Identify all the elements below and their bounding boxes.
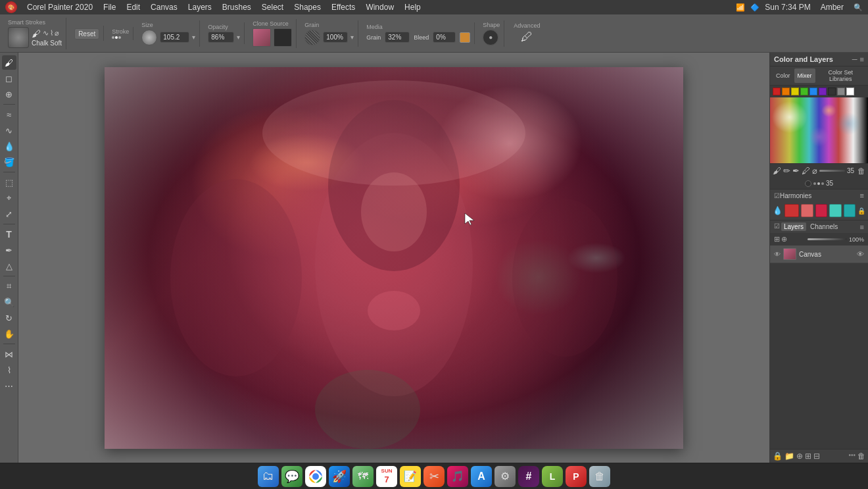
tool-extras[interactable]: ⋯ [2, 378, 16, 393]
harmony-swatch-5[interactable] [844, 204, 856, 217]
menu-window[interactable]: Window [361, 2, 398, 13]
harmony-eyedropper[interactable]: 💧 [773, 206, 783, 215]
swatch-blue[interactable] [809, 88, 817, 95]
layer-dots[interactable]: ••• [848, 451, 856, 461]
tab-color[interactable]: Color [773, 68, 794, 83]
tab-color-set[interactable]: Color Set Libraries [816, 68, 865, 83]
brush-tool-5[interactable]: ⌀ [812, 166, 817, 176]
tool-transform[interactable]: ⤢ [2, 207, 16, 221]
dock-scissors[interactable]: ✂ [423, 466, 445, 487]
dock-chrome[interactable] [305, 466, 326, 487]
menu-edit[interactable]: Edit [122, 2, 145, 13]
menu-app[interactable]: Corel Painter 2020 [22, 2, 97, 13]
tool-shape[interactable]: △ [2, 259, 16, 273]
swatch-green[interactable] [800, 88, 808, 95]
stroke-icon-2[interactable]: ⌇ [50, 29, 53, 38]
shape-preview[interactable]: ● [483, 30, 498, 45]
brush-tool-2[interactable]: ✏ [783, 166, 790, 176]
swatch-white[interactable] [846, 88, 854, 95]
reset-button[interactable]: Reset [74, 28, 99, 39]
layers-menu-btn[interactable]: ≡ [860, 223, 864, 231]
panel-collapse-btn[interactable]: ─ [852, 55, 857, 63]
grain-value-input[interactable] [323, 32, 348, 43]
harmony-swatch-2[interactable] [801, 204, 813, 217]
layer-copy-btn[interactable]: ⊞ [805, 451, 811, 461]
dock-painter[interactable]: P [566, 466, 587, 487]
tool-pen[interactable]: ✒ [2, 243, 16, 257]
brush-preview[interactable] [8, 27, 29, 48]
color-mixer-area[interactable] [770, 97, 868, 163]
brush-tool-1[interactable]: 🖌 [773, 166, 781, 176]
menu-effects[interactable]: Effects [327, 2, 360, 13]
swatch-red[interactable] [773, 88, 781, 95]
layer-delete-btn[interactable]: 🗑 [857, 451, 865, 461]
harmonies-checkbox[interactable]: ☑ [774, 192, 780, 199]
tool-eraser[interactable]: ◻ [2, 71, 16, 86]
dock-sysprefs[interactable]: ⚙ [494, 466, 516, 487]
tool-selection[interactable]: ⬚ [2, 175, 16, 190]
tool-stamp[interactable]: ⊕ [2, 87, 16, 101]
advanced-icon[interactable]: 🖊 [521, 30, 533, 44]
swatch-yellow[interactable] [791, 88, 799, 95]
color-dot-black[interactable] [805, 180, 811, 187]
stroke-style-dots[interactable] [112, 36, 121, 39]
opacity-slider[interactable] [808, 238, 847, 240]
brush-icon[interactable]: 🖌 [32, 28, 41, 39]
menu-file[interactable]: File [99, 2, 120, 13]
brush-delete-btn[interactable]: 🗑 [857, 167, 865, 176]
tool-brush[interactable]: 🖌 [2, 55, 16, 70]
dock-messages[interactable]: 💬 [281, 466, 302, 487]
dock-finder[interactable]: 🗂 [258, 466, 279, 487]
layer-visibility-toggle[interactable]: 👁 [774, 251, 781, 258]
menu-help[interactable]: Help [400, 2, 425, 13]
canvas-wrapper[interactable] [105, 67, 683, 449]
opacity-input[interactable] [208, 32, 234, 43]
tab-mixer[interactable]: Mixer [794, 68, 815, 83]
media-color-swatch[interactable] [460, 32, 470, 43]
size-input[interactable] [160, 32, 189, 43]
layer-group-icon[interactable]: 📁 [784, 451, 794, 461]
tab-channels[interactable]: Channels [808, 222, 840, 231]
layer-lock-icon[interactable]: 🔒 [773, 451, 783, 461]
search-icon[interactable]: 🔍 [854, 3, 863, 12]
swatch-gray[interactable] [837, 88, 845, 95]
swatch-black[interactable] [828, 88, 836, 95]
stroke-icon-3[interactable]: ⌀ [55, 29, 59, 38]
app-logo[interactable]: 🎨 [5, 1, 17, 13]
menu-select[interactable]: Select [257, 2, 288, 13]
harmony-swatch-3[interactable] [815, 204, 827, 217]
tool-crop[interactable]: ⌗ [2, 279, 16, 294]
tool-blend[interactable]: ∿ [2, 123, 16, 138]
menu-layers[interactable]: Layers [183, 2, 216, 13]
brush-tool-4[interactable]: 🖊 [802, 166, 810, 176]
user-name[interactable]: Amber [816, 2, 848, 13]
harmony-swatch-4[interactable] [829, 204, 841, 217]
panel-menu-btn[interactable]: ≡ [860, 55, 864, 63]
brush-size-slider[interactable] [819, 170, 845, 172]
harmony-lock-btn[interactable]: 🔒 [857, 207, 865, 215]
dock-music[interactable]: 🎵 [447, 466, 468, 487]
dock-calendar[interactable]: SUN7 [376, 466, 397, 487]
tool-mirror[interactable]: ⋈ [2, 347, 16, 361]
tab-layers[interactable]: Layers [781, 222, 806, 231]
layers-checkbox[interactable]: ☑ [774, 222, 780, 231]
tool-dropper[interactable]: 💧 [2, 139, 16, 153]
tool-smudge[interactable]: ≈ [2, 107, 16, 122]
menu-canvas[interactable]: Canvas [146, 2, 182, 13]
dock-slack[interactable]: # [518, 466, 539, 487]
layer-eye-icon[interactable]: 👁 [857, 250, 864, 258]
tool-zoom[interactable]: 🔍 [2, 295, 16, 309]
layer-add-icon[interactable]: ⊕ [781, 235, 787, 244]
tool-fill[interactable]: 🪣 [2, 155, 16, 169]
tool-lasso[interactable]: ⌖ [2, 191, 16, 205]
tool-perspective[interactable]: ⌇ [2, 363, 16, 377]
reset-value[interactable] [385, 32, 410, 43]
dock-trash[interactable]: 🗑 [589, 466, 610, 487]
dock-logic[interactable]: L [542, 466, 563, 487]
menu-brushes[interactable]: Brushes [218, 2, 256, 13]
stroke-icon-1[interactable]: ∿ [43, 29, 49, 38]
brush-tool-3[interactable]: ✒ [792, 166, 800, 176]
layer-merge-btn[interactable]: ⊟ [813, 451, 820, 461]
dock-maps[interactable]: 🗺 [352, 466, 374, 487]
bleed-value[interactable] [433, 32, 456, 43]
